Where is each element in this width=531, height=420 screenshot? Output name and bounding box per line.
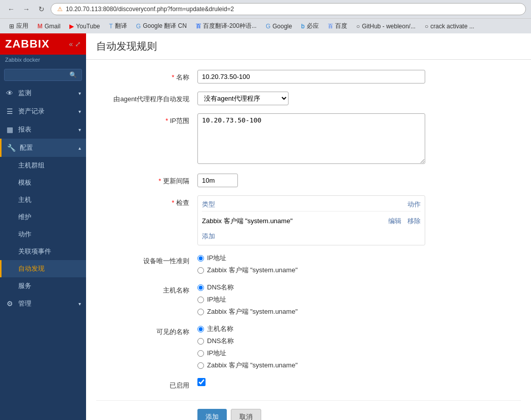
unique-uname-option[interactable]: Zabbix 客户端 "system.uname" — [197, 266, 425, 275]
bookmark-apps[interactable]: ⊞ 应用 — [5, 21, 32, 31]
bookmark-baidu-translate[interactable]: 百 百度翻译-200种语... — [192, 21, 261, 31]
zabbix-logo: ZABBIX — [5, 37, 50, 51]
checks-action-header: 动作 — [407, 200, 421, 209]
bing-icon: b — [301, 23, 305, 30]
enabled-control — [197, 378, 521, 386]
unique-uname-radio[interactable] — [197, 267, 204, 274]
sidebar-item-assets[interactable]: ☰ 资产记录 ▾ — [0, 102, 86, 120]
hostname-dns-radio[interactable] — [197, 284, 204, 291]
checks-type-header: 类型 — [202, 200, 215, 209]
visible-ip-radio[interactable] — [197, 350, 204, 357]
browser-nav: ← → ↻ ⚠ 10.20.70.113:8080/discoveryconf.… — [0, 0, 531, 18]
checks-label: * 检查 — [96, 195, 197, 207]
sidebar-item-label: 配置 — [20, 143, 33, 152]
add-check-link[interactable]: 添加 — [202, 232, 215, 240]
agent-label: 由agent代理程序自动发现 — [96, 92, 197, 104]
sidebar-item-discovery[interactable]: 自动发现 — [0, 260, 86, 277]
refresh-button[interactable]: ↻ — [35, 3, 48, 15]
sidebar: ZABBIX « ⤢ Zabbix docker 🔍 👁 监测 ▾ ☰ 资产记录… — [0, 33, 86, 420]
ip-textarea[interactable]: 10.20.73.50-100 — [197, 113, 425, 164]
sidebar-item-templates[interactable]: 模板 — [0, 174, 86, 191]
sidebar-item-maintenance[interactable]: 维护 — [0, 208, 86, 226]
sidebar-item-monitoring[interactable]: 👁 监测 ▾ — [0, 84, 86, 102]
hostname-dns-option[interactable]: DNS名称 — [197, 283, 425, 292]
edit-check-link[interactable]: 编辑 — [388, 217, 401, 225]
name-input[interactable] — [197, 70, 425, 83]
visible-dns-option[interactable]: DNS名称 — [197, 337, 425, 346]
unique-ip-label: IP地址 — [207, 254, 226, 263]
chevron-down-icon: ▾ — [78, 91, 81, 96]
bookmark-label: Google — [272, 23, 292, 30]
submit-button[interactable]: 添加 — [197, 409, 227, 420]
wrench-icon: 🔧 — [7, 144, 16, 152]
bookmark-bing[interactable]: b 必应 — [297, 21, 323, 31]
bookmark-label: Gmail — [45, 23, 60, 30]
crack-icon: ○ — [425, 23, 428, 30]
youtube-icon: ▶ — [69, 23, 74, 30]
bookmark-label: GitHub - webleon/... — [362, 23, 416, 30]
translate-icon: T — [109, 23, 113, 30]
sidebar-search: 🔍 — [0, 66, 86, 84]
sidebar-item-hosts[interactable]: 主机 — [0, 191, 86, 208]
hostname-uname-option[interactable]: Zabbix 客户端 "system.uname" — [197, 307, 425, 316]
required-star: * — [172, 73, 176, 81]
sidebar-controls: « ⤢ — [69, 40, 81, 48]
form-row-agent: 由agent代理程序自动发现 没有agent代理程序 — [96, 92, 521, 105]
bookmark-youtube[interactable]: ▶ YouTube — [65, 22, 104, 31]
visible-hostname-radio[interactable] — [197, 326, 204, 332]
bookmark-baidu[interactable]: 百 百度 — [324, 21, 351, 31]
visible-dns-radio[interactable] — [197, 338, 204, 345]
sidebar-item-config[interactable]: 🔧 配置 ▴ — [0, 139, 86, 157]
gear-icon: ⚙ — [5, 300, 14, 308]
bookmark-label: crack activate ... — [430, 23, 474, 30]
bookmark-crack[interactable]: ○ crack activate ... — [421, 22, 478, 31]
hostname-radio-group: DNS名称 IP地址 Zabbix 客户端 "system.uname" — [197, 283, 425, 316]
form-row-ip: * IP范围 10.20.73.50-100 — [96, 113, 521, 165]
hostname-uname-label: Zabbix 客户端 "system.uname" — [207, 307, 298, 316]
sidebar-subtitle: Zabbix docker — [0, 55, 86, 66]
bookmark-translate[interactable]: T 翻译 — [105, 21, 131, 31]
sidebar-item-admin[interactable]: ⚙ 管理 ▾ — [0, 295, 86, 313]
sidebar-item-host-groups[interactable]: 主机群组 — [0, 157, 86, 174]
cancel-button[interactable]: 取消 — [231, 409, 261, 420]
hostname-uname-radio[interactable] — [197, 309, 204, 315]
interval-input[interactable] — [197, 174, 238, 187]
bookmark-google-translate-cn[interactable]: G Google 翻译 CN — [132, 21, 191, 31]
enabled-label: 已启用 — [96, 378, 197, 390]
page-header: 自动发现规则 — [86, 33, 531, 60]
enabled-checkbox[interactable] — [197, 378, 206, 386]
visible-ip-option[interactable]: IP地址 — [197, 349, 425, 358]
sidebar-item-services[interactable]: 服务 — [0, 277, 86, 295]
agent-select[interactable]: 没有agent代理程序 — [197, 92, 289, 105]
bookmark-gmail[interactable]: M Gmail — [33, 22, 64, 31]
checks-header: 类型 动作 — [202, 200, 421, 212]
collapse-button[interactable]: « — [69, 40, 73, 48]
sidebar-item-event-correlation[interactable]: 关联项事件 — [0, 243, 86, 260]
sidebar-item-reports[interactable]: ▦ 报表 ▾ — [0, 120, 86, 139]
address-bar[interactable]: ⚠ 10.20.70.113:8080/discoveryconf.php?fo… — [51, 3, 526, 15]
visible-ip-label: IP地址 — [207, 349, 226, 358]
sidebar-item-label: 资产记录 — [18, 107, 45, 116]
unique-ip-radio[interactable] — [197, 255, 204, 262]
bookmark-google[interactable]: G Google — [262, 22, 296, 31]
expand-button[interactable]: ⤢ — [75, 40, 81, 48]
hostname-ip-label: IP地址 — [207, 295, 226, 304]
name-label: * 名称 — [96, 70, 197, 82]
required-star: * — [172, 199, 176, 206]
app-container: ZABBIX « ⤢ Zabbix docker 🔍 👁 监测 ▾ ☰ 资产记录… — [0, 33, 531, 420]
remove-check-link[interactable]: 移除 — [407, 217, 421, 225]
visible-uname-option[interactable]: Zabbix 客户端 "system.uname" — [197, 361, 425, 370]
visible-uname-radio[interactable] — [197, 362, 204, 369]
unique-ip-option[interactable]: IP地址 — [197, 254, 425, 263]
unique-uname-label: Zabbix 客户端 "system.uname" — [207, 266, 298, 275]
sidebar-nav: 👁 监测 ▾ ☰ 资产记录 ▾ ▦ 报表 ▾ 🔧 配置 ▴ 主机群组 模板 主机 — [0, 84, 86, 420]
visible-hostname-option[interactable]: 主机名称 — [197, 324, 425, 333]
sidebar-item-actions[interactable]: 动作 — [0, 226, 86, 243]
hostname-ip-radio[interactable] — [197, 297, 204, 303]
hostname-ip-option[interactable]: IP地址 — [197, 295, 425, 304]
search-icon: 🔍 — [69, 71, 77, 78]
forward-button[interactable]: → — [20, 3, 32, 15]
bookmark-github[interactable]: ○ GitHub - webleon/... — [352, 22, 420, 31]
google-translate-icon: G — [136, 23, 141, 30]
back-button[interactable]: ← — [5, 3, 17, 15]
